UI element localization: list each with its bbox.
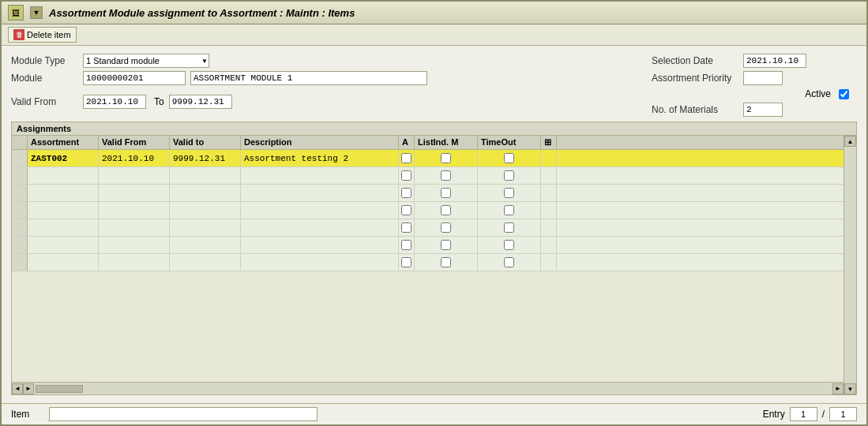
scroll-left-button[interactable]: ◄: [12, 383, 23, 394]
cell-valid-to: 9999.12.31: [170, 150, 241, 166]
cell-description: Assortment testing 2: [241, 150, 399, 166]
entry-total-input[interactable]: [829, 407, 857, 421]
cell-a[interactable]: [399, 167, 415, 184]
row-num: [12, 219, 28, 236]
scroll-h-end-button[interactable]: ►: [832, 383, 844, 394]
cell-timeout[interactable]: [478, 237, 541, 253]
cell-assortment[interactable]: [28, 254, 99, 271]
listind-checkbox[interactable]: [441, 222, 451, 233]
cell-valid-from: [99, 167, 170, 184]
a-checkbox[interactable]: [401, 153, 411, 163]
cell-valid-to: [170, 167, 241, 184]
valid-from-row: Valid From To: [11, 95, 636, 109]
valid-to-input[interactable]: [169, 95, 232, 109]
a-checkbox[interactable]: [401, 222, 411, 233]
active-row: Active: [652, 88, 857, 99]
scroll-h-track: [34, 383, 832, 394]
a-checkbox[interactable]: [401, 170, 411, 181]
scroll-h-thumb[interactable]: [36, 385, 83, 393]
listind-checkbox[interactable]: [441, 257, 451, 267]
timeout-checkbox[interactable]: [504, 240, 514, 250]
scroll-down-button[interactable]: ▼: [844, 383, 856, 394]
module-type-label: Module Type: [11, 55, 78, 66]
entry-current-input[interactable]: [790, 407, 817, 421]
table-row[interactable]: [12, 185, 844, 202]
a-checkbox[interactable]: [401, 188, 411, 198]
a-checkbox[interactable]: [401, 240, 411, 250]
cell-valid-to: [170, 185, 241, 201]
col-header-a: A: [399, 136, 415, 149]
cell-timeout[interactable]: [478, 202, 541, 219]
table-row[interactable]: [12, 219, 844, 237]
cell-assortment[interactable]: [28, 219, 99, 236]
toolbar: 🗑 Delete item: [2, 24, 866, 46]
table-row[interactable]: ZAST002 2021.10.10 9999.12.31 Assortment…: [12, 150, 844, 167]
module-type-dropdown-wrapper: 1 Standard module ▼: [83, 54, 209, 68]
table-container: Assortment Valid From Valid to Descripti…: [12, 136, 856, 394]
cell-listind[interactable]: [415, 202, 478, 219]
item-label: Item: [11, 409, 43, 420]
listind-checkbox[interactable]: [441, 240, 451, 250]
cell-assortment[interactable]: [28, 202, 99, 219]
cell-a[interactable]: [399, 185, 415, 201]
listind-checkbox[interactable]: [441, 188, 451, 198]
cell-timeout[interactable]: [478, 150, 541, 166]
cell-listind[interactable]: [415, 254, 478, 271]
cell-listind[interactable]: [415, 185, 478, 201]
no-of-materials-input[interactable]: [743, 103, 783, 117]
listind-checkbox[interactable]: [441, 205, 451, 215]
assortment-priority-input[interactable]: [743, 71, 783, 85]
vertical-scrollbar: ▲ ▼: [844, 136, 856, 394]
table-row[interactable]: [12, 254, 844, 271]
cell-a[interactable]: [399, 219, 415, 236]
cell-scroll: [541, 254, 557, 271]
col-header-description: Description: [241, 136, 399, 149]
cell-assortment[interactable]: [28, 237, 99, 253]
cell-a[interactable]: [399, 254, 415, 271]
scroll-up-button[interactable]: ▲: [844, 136, 856, 147]
table-row[interactable]: [12, 237, 844, 254]
grid-icon: ⊞: [544, 137, 551, 147]
cell-a[interactable]: [399, 202, 415, 219]
cell-assortment[interactable]: [28, 185, 99, 201]
module-desc-input[interactable]: [190, 71, 427, 85]
cell-timeout[interactable]: [478, 254, 541, 271]
item-input[interactable]: [49, 407, 318, 421]
cell-a[interactable]: [399, 150, 415, 166]
timeout-checkbox[interactable]: [504, 205, 514, 215]
a-checkbox[interactable]: [401, 257, 411, 267]
cell-timeout[interactable]: [478, 167, 541, 184]
assignments-section: Assignments Assortment Valid From Valid …: [11, 121, 857, 395]
delete-item-button[interactable]: 🗑 Delete item: [8, 27, 77, 43]
cell-timeout[interactable]: [478, 185, 541, 201]
selection-date-input[interactable]: [743, 54, 806, 68]
timeout-checkbox[interactable]: [504, 222, 514, 233]
valid-from-input[interactable]: [83, 95, 146, 109]
selection-date-label: Selection Date: [652, 55, 738, 66]
cell-listind[interactable]: [415, 150, 478, 166]
module-type-select[interactable]: 1 Standard module: [83, 54, 209, 68]
cell-listind[interactable]: [415, 237, 478, 253]
listind-checkbox[interactable]: [441, 153, 451, 163]
window-icon: 🖼: [8, 5, 24, 21]
module-type-row: Module Type 1 Standard module ▼: [11, 54, 636, 68]
module-input[interactable]: [83, 71, 186, 85]
a-checkbox[interactable]: [401, 205, 411, 215]
table-row[interactable]: [12, 167, 844, 185]
scroll-right-button[interactable]: ►: [23, 383, 34, 394]
timeout-checkbox[interactable]: [504, 188, 514, 198]
timeout-checkbox[interactable]: [504, 257, 514, 267]
cell-listind[interactable]: [415, 167, 478, 184]
cell-timeout[interactable]: [478, 219, 541, 236]
cell-assortment[interactable]: [28, 167, 99, 184]
active-checkbox[interactable]: [839, 89, 849, 99]
timeout-checkbox[interactable]: [504, 153, 514, 163]
cell-listind[interactable]: [415, 219, 478, 236]
entry-separator: /: [822, 409, 825, 420]
col-header-icon[interactable]: ⊞: [541, 136, 557, 149]
table-row[interactable]: [12, 202, 844, 219]
listind-checkbox[interactable]: [441, 170, 451, 181]
timeout-checkbox[interactable]: [504, 170, 514, 181]
cell-assortment[interactable]: ZAST002: [28, 150, 99, 166]
cell-a[interactable]: [399, 237, 415, 253]
